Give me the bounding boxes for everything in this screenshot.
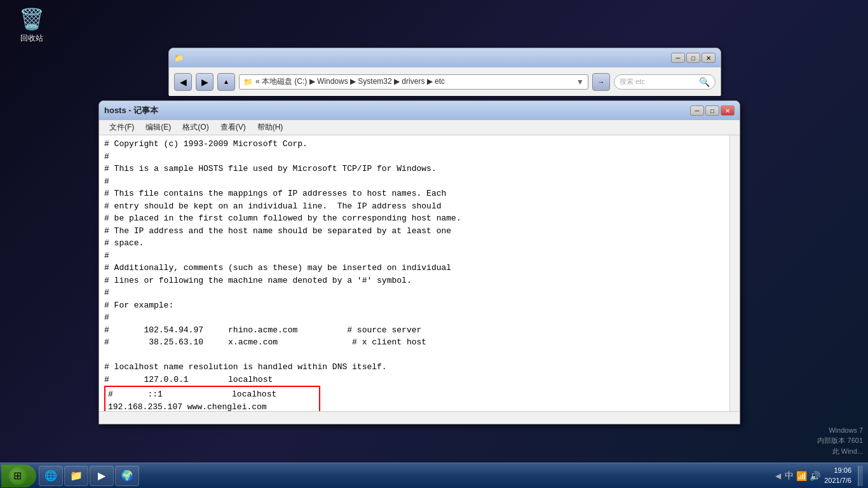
text-line: # be placed in the first column followed… (104, 212, 735, 225)
address-icon: 📁 (243, 78, 253, 86)
explorer-titlebar: 📁 ─ □ ✕ (169, 48, 721, 67)
text-line: # Copyright (c) 1993-2009 Microsoft Corp… (104, 138, 735, 151)
search-bar[interactable]: 搜索 etc 🔍 (614, 74, 715, 90)
notepad-window-controls: ─ □ ✕ (690, 105, 735, 116)
start-button[interactable]: ⊞ (1, 464, 36, 487)
notepad-titlebar: hosts - 记事本 ─ □ ✕ (99, 101, 740, 120)
text-line: # For example: (104, 299, 735, 312)
address-text: « 本地磁盘 (C:) ▶ Windows ▶ System32 ▶ drive… (255, 76, 445, 87)
media-icon: ▶ (95, 470, 108, 482)
text-line: # The IP address and the host name shoul… (104, 225, 735, 238)
text-line: # 127.0.0.1 localhost (104, 374, 735, 386)
notepad-minimize-button[interactable]: ─ (690, 105, 704, 116)
explorer-window: 📁 ─ □ ✕ ◀ ▶ ▲ 📁 « 本地磁盘 (C:) ▶ Windows ▶ … (168, 48, 721, 95)
text-line: # 38.25.63.10 x.acme.com # x client host (104, 336, 735, 349)
network-icon: 🌍 (121, 470, 133, 482)
text-line: # entry should be kept on an individual … (104, 200, 735, 213)
recycle-bin-image: 🗑️ (19, 6, 44, 32)
notepad-menubar: 文件(F) 编辑(E) 格式(O) 查看(V) 帮助(H) (99, 120, 740, 135)
notepad-window: hosts - 记事本 ─ □ ✕ 文件(F) 编辑(E) 格式(O) 查看(V… (98, 100, 740, 424)
recycle-bin-icon[interactable]: 🗑️ 回收站 (10, 6, 54, 44)
text-line: # (104, 151, 735, 163)
go-button[interactable]: → (592, 73, 610, 91)
forward-button[interactable]: ▶ (196, 73, 214, 91)
menu-view[interactable]: 查看(V) (215, 121, 251, 134)
taskbar-right: ◀ 中 📶 🔊 19:06 2021/7/6 (770, 466, 868, 486)
explorer-minimize-button[interactable]: ─ (671, 53, 685, 63)
text-line: # (104, 250, 735, 262)
win-version-label: Windows 7 (817, 425, 863, 436)
taskbar-explorer-button[interactable]: 📁 (64, 466, 88, 486)
system-clock[interactable]: 19:06 2021/7/6 (824, 466, 851, 485)
notepad-text-area[interactable]: # Copyright (c) 1993-2009 Microsoft Corp… (99, 135, 740, 411)
recycle-bin-label: 回收站 (20, 33, 43, 44)
highlighted-text-line: # ::1 localhost (108, 388, 316, 401)
ime-tray-icon: 中 (785, 470, 794, 482)
menu-help[interactable]: 帮助(H) (252, 121, 288, 134)
explorer-toolbar: ◀ ▶ ▲ 📁 « 本地磁盘 (C:) ▶ Windows ▶ System32… (169, 67, 721, 96)
notepad-title: hosts - 记事本 (104, 105, 158, 116)
desktop: 🗑️ 回收站 📁 ─ □ ✕ ◀ ▶ ▲ 📁 « 本地磁盘 (C:) ▶ Win… (0, 0, 868, 488)
text-line: # This is a sample HOSTS file used by Mi… (104, 163, 735, 175)
folder-icon: 📁 (70, 470, 83, 482)
text-line: # 102.54.94.97 rhino.acme.com # source s… (104, 324, 735, 337)
show-desktop-button[interactable] (858, 466, 863, 486)
text-line: # Additionally, comments (such as these)… (104, 262, 735, 274)
text-line: # (104, 175, 735, 188)
notepad-maximize-button[interactable]: □ (705, 105, 719, 116)
taskbar: ⊞ 🌐 📁 ▶ 🌍 ◀ 中 📶 🔊 19:06 (0, 463, 868, 488)
explorer-title: 📁 (174, 53, 184, 62)
explorer-controls: ─ □ ✕ (671, 53, 715, 63)
clock-date: 2021/7/6 (824, 476, 851, 485)
system-tray: 中 📶 🔊 (785, 470, 820, 482)
volume-tray-icon: 🔊 (810, 471, 820, 481)
text-line: # (104, 287, 735, 299)
ie-icon: 🌐 (44, 470, 57, 482)
search-icon: 🔍 (699, 77, 710, 87)
menu-file[interactable]: 文件(F) (104, 121, 139, 134)
taskbar-ie-button[interactable]: 🌐 (39, 466, 63, 486)
taskbar-items: 🌐 📁 ▶ 🌍 (36, 466, 142, 486)
start-orb-icon: ⊞ (9, 467, 27, 485)
back-button[interactable]: ◀ (174, 73, 192, 91)
menu-edit[interactable]: 编辑(E) (140, 121, 176, 134)
address-dropdown[interactable]: ▼ (576, 78, 584, 86)
clock-time: 19:06 (824, 466, 851, 475)
win-build-label: 内部版本 7601 (817, 435, 863, 446)
notepad-statusbar (99, 411, 740, 424)
win-edition-label: 此 Wind... (817, 446, 863, 457)
text-line: # localhost name resolution is handled w… (104, 361, 735, 374)
taskbar-media-button[interactable]: ▶ (90, 466, 114, 486)
text-line: # (104, 311, 735, 324)
up-button[interactable]: ▲ (217, 73, 235, 91)
tray-expand-arrow[interactable]: ◀ (775, 471, 781, 480)
text-line (104, 349, 735, 362)
text-line: # space. (104, 237, 735, 250)
text-line: # lines or following the machine name de… (104, 274, 735, 287)
notepad-scrollbar[interactable] (729, 135, 740, 411)
explorer-maximize-button[interactable]: □ (686, 53, 700, 63)
menu-format[interactable]: 格式(O) (177, 121, 214, 134)
notepad-close-button[interactable]: ✕ (721, 105, 735, 116)
address-bar[interactable]: 📁 « 本地磁盘 (C:) ▶ Windows ▶ System32 ▶ dri… (239, 74, 588, 90)
taskbar-network-button[interactable]: 🌍 (115, 466, 139, 486)
highlighted-text-line: 192.168.235.107 www.chenglei.com (108, 401, 316, 412)
highlighted-lines-box: # ::1 localhost192.168.235.107 www.cheng… (104, 386, 320, 411)
windows-version-info: Windows 7 内部版本 7601 此 Wind... (817, 425, 863, 457)
network-tray-icon: 📶 (796, 471, 807, 481)
explorer-close-button[interactable]: ✕ (702, 53, 715, 63)
text-line: # This file contains the mappings of IP … (104, 187, 735, 200)
search-placeholder: 搜索 etc (620, 77, 645, 86)
